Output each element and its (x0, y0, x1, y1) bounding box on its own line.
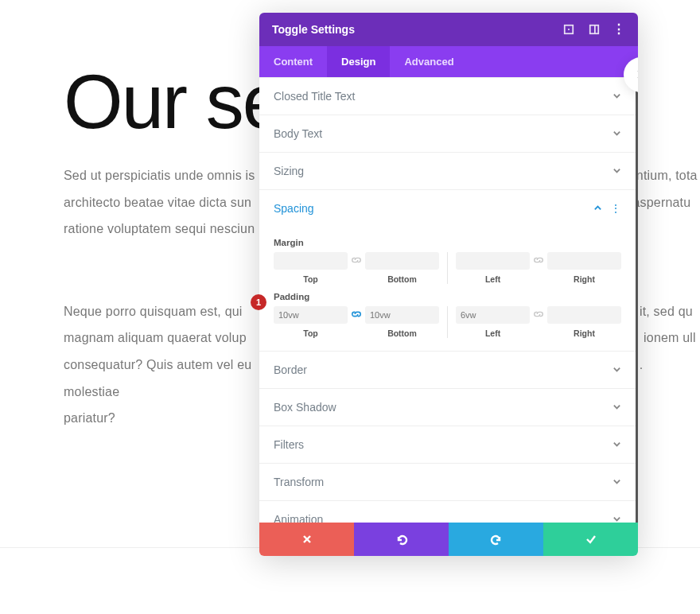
padding-right-input[interactable] (547, 306, 621, 324)
padding-bottom-input[interactable] (365, 306, 439, 324)
chevron-up-icon (593, 201, 602, 216)
save-button[interactable] (543, 523, 638, 556)
margin-right-input[interactable] (547, 252, 621, 270)
modal-footer (259, 523, 638, 556)
tab-advanced[interactable]: Advanced (390, 46, 468, 77)
section-sizing[interactable]: Sizing (259, 153, 636, 190)
section-border[interactable]: Border (259, 352, 636, 389)
link-icon[interactable] (530, 306, 547, 338)
modal-title: Toggle Settings (272, 23, 355, 36)
undo-button[interactable] (354, 523, 449, 556)
tab-content[interactable]: Content (259, 46, 327, 77)
section-transform[interactable]: Transform (259, 464, 636, 501)
padding-left-input[interactable] (456, 306, 530, 324)
modal-titlebar[interactable]: Toggle Settings ⋮ (259, 13, 638, 46)
margin-row: Top Bottom Left Right (274, 252, 621, 284)
chevron-down-icon (612, 437, 621, 452)
chevron-down-icon (612, 164, 621, 178)
section-closed-title-text[interactable]: Closed Title Text (259, 77, 636, 115)
menu-dots-icon[interactable]: ⋮ (612, 23, 625, 36)
tab-design[interactable]: Design (327, 46, 390, 77)
chevron-down-icon (612, 89, 621, 103)
modal-tabs: Content Design Advanced (259, 46, 638, 77)
margin-left-input[interactable] (456, 252, 530, 270)
margin-top-input[interactable] (274, 252, 348, 270)
padding-row: Top Bottom Left Right (274, 306, 621, 338)
cancel-button[interactable] (259, 523, 354, 556)
settings-modal: Toggle Settings ⋮ Content Design Advance… (259, 13, 638, 556)
chevron-down-icon (612, 475, 621, 489)
chevron-down-icon (612, 512, 621, 523)
link-icon[interactable] (348, 252, 365, 284)
annotation-badge: 1 (251, 294, 266, 310)
section-filters[interactable]: Filters (259, 426, 636, 464)
section-animation[interactable]: Animation (259, 501, 636, 523)
margin-bottom-input[interactable] (365, 252, 439, 270)
section-body-text[interactable]: Body Text (259, 115, 636, 153)
panel-icon[interactable] (587, 22, 601, 37)
settings-panel: Closed Title Text Body Text Sizing Spaci… (259, 77, 638, 523)
link-icon[interactable] (530, 252, 547, 284)
spacing-controls: Margin Top Bottom Left Right Padding Top (259, 227, 636, 352)
chevron-down-icon (612, 400, 621, 414)
redo-button[interactable] (449, 523, 543, 556)
margin-label: Margin (274, 238, 621, 247)
expand-icon[interactable] (562, 22, 576, 37)
padding-label: Padding (274, 292, 621, 301)
padding-top-input[interactable] (274, 306, 348, 324)
svg-point-1 (568, 29, 570, 30)
section-menu-icon[interactable]: ⋮ (610, 203, 621, 214)
chevron-down-icon (612, 363, 621, 377)
chevron-down-icon (612, 126, 621, 141)
link-icon[interactable] (348, 306, 365, 338)
section-box-shadow[interactable]: Box Shadow (259, 389, 636, 426)
section-spacing[interactable]: Spacing ⋮ (259, 190, 636, 227)
